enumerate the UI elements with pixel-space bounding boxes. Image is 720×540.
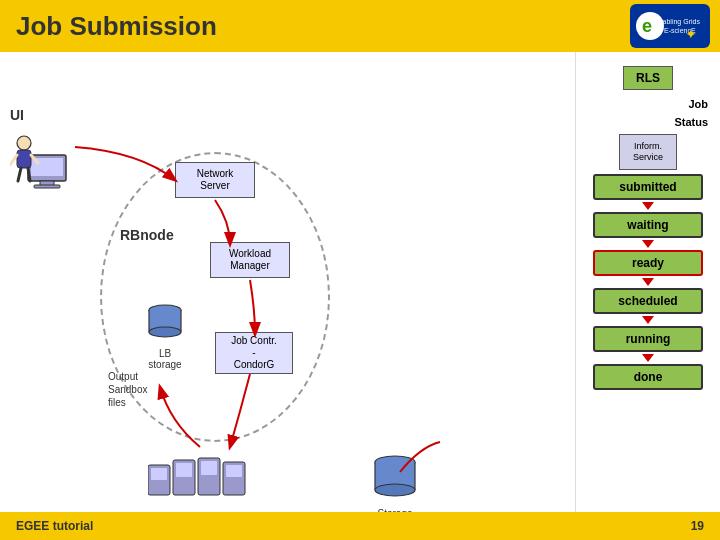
status-ready: ready: [593, 250, 703, 276]
lb-storage-cylinder: [145, 302, 185, 342]
svg-line-14: [18, 168, 21, 181]
status-scheduled: scheduled: [593, 288, 703, 314]
header: Job Submission e Enabling Grids for E-sc…: [0, 0, 720, 52]
rb-node-label: RBnode: [120, 227, 174, 243]
storage-element-cylinder: [370, 452, 420, 502]
ui-person-icon: [10, 125, 80, 205]
svg-point-10: [17, 136, 31, 150]
egee-logo: e Enabling Grids for E-sciencE ✦: [630, 4, 710, 48]
svg-line-12: [10, 155, 17, 165]
job-status-header: Job Status: [584, 94, 712, 130]
status-panel: RLS Job Status Inform. Service submitted…: [575, 52, 720, 540]
status-done: done: [593, 364, 703, 390]
svg-rect-27: [201, 461, 217, 475]
footer-left: EGEE tutorial: [16, 519, 93, 533]
job-condor-box: Job Contr. - CondorG: [215, 332, 293, 374]
arrow-submitted-waiting: [642, 202, 654, 210]
svg-rect-28: [226, 465, 242, 477]
lb-storage: LB storage: [145, 302, 185, 370]
arrow-running-done: [642, 354, 654, 362]
workload-manager-box: Workload Manager: [210, 242, 290, 278]
page-title: Job Submission: [16, 11, 217, 42]
svg-text:Enabling Grids: Enabling Grids: [654, 18, 700, 26]
svg-text:e: e: [642, 16, 652, 36]
svg-rect-9: [34, 185, 60, 188]
network-server-box: Network Server: [175, 162, 255, 198]
diagram-area: UI RBnode: [0, 52, 575, 540]
footer-page: 19: [691, 519, 704, 533]
main-content: UI RBnode: [0, 52, 720, 540]
output-sandbox-label: Output Sandbox files: [108, 370, 147, 409]
svg-rect-11: [17, 150, 31, 168]
svg-rect-25: [151, 468, 167, 480]
svg-line-15: [28, 168, 30, 181]
ui-label: UI: [10, 107, 80, 123]
rls-box: RLS: [623, 66, 673, 90]
arrow-waiting-ready: [642, 240, 654, 248]
arrow-ready-scheduled: [642, 278, 654, 286]
status-running: running: [593, 326, 703, 352]
svg-point-33: [375, 484, 415, 496]
status-submitted: submitted: [593, 174, 703, 200]
footer: EGEE tutorial 19: [0, 512, 720, 540]
svg-rect-26: [176, 463, 192, 477]
computing-element-icon: [148, 450, 268, 505]
inform-service-box: Inform. Service: [619, 134, 677, 170]
status-waiting: waiting: [593, 212, 703, 238]
ui-figure: UI: [10, 107, 80, 209]
lb-storage-label: LB storage: [145, 348, 185, 370]
arrow-scheduled-running: [642, 316, 654, 324]
svg-text:✦: ✦: [685, 26, 697, 42]
status-flow: submitted waiting ready scheduled runnin…: [584, 174, 712, 390]
svg-point-20: [149, 327, 181, 337]
